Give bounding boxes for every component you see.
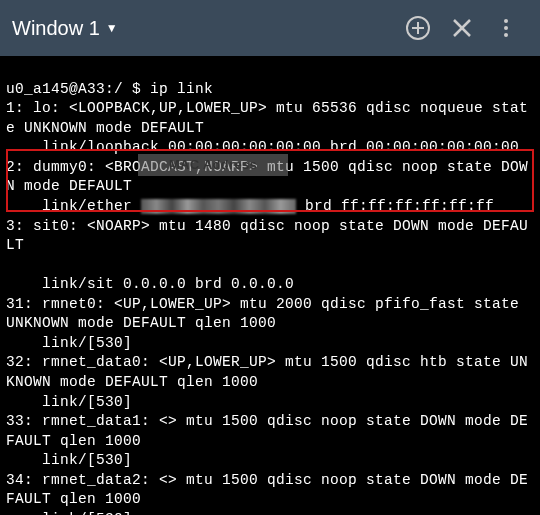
window-selector[interactable]: Window 1 ▼ <box>12 17 118 40</box>
output-line: 33: rmnet_data1: <> mtu 1500 qdisc noop … <box>6 413 528 449</box>
output-line: brd ff:ff:ff:ff:ff:ff <box>296 198 494 214</box>
output-line: 3: sit0: <NOARP> mtu 1480 qdisc noop sta… <box>6 218 528 254</box>
output-line: link/[530] <box>6 394 132 410</box>
more-vert-icon <box>496 18 516 38</box>
shell-prompt: u0_a145@A33:/ $ <box>6 81 150 97</box>
output-line: 1: lo: <LOOPBACK,UP,LOWER_UP> mtu 65536 … <box>6 100 528 136</box>
svg-point-5 <box>504 19 508 23</box>
output-line: link/[530] <box>6 335 132 351</box>
shell-command: ip link <box>150 81 213 97</box>
output-line: 34: rmnet_data2: <> mtu 1500 qdisc noop … <box>6 472 528 508</box>
dropdown-icon: ▼ <box>106 21 118 35</box>
svg-point-6 <box>504 26 508 30</box>
add-tab-button[interactable] <box>396 6 440 50</box>
output-line: link/loopback 00:00:00:00:00:00 brd 00:0… <box>6 139 519 155</box>
terminal-output[interactable]: u0_a145@A33:/ $ ip link 1: lo: <LOOPBACK… <box>0 56 540 515</box>
output-line: link/ether <box>6 198 141 214</box>
output-line: link/sit 0.0.0.0 brd 0.0.0.0 <box>6 276 294 292</box>
close-button[interactable] <box>440 6 484 50</box>
svg-point-7 <box>504 33 508 37</box>
app-header: Window 1 ▼ <box>0 0 540 56</box>
window-title-text: Window 1 <box>12 17 100 40</box>
output-line: 32: rmnet_data0: <UP,LOWER_UP> mtu 1500 … <box>6 354 528 390</box>
menu-button[interactable] <box>484 6 528 50</box>
output-line: 31: rmnet0: <UP,LOWER_UP> mtu 2000 qdisc… <box>6 296 528 332</box>
output-line: link/[530] <box>6 452 132 468</box>
close-icon <box>450 16 474 40</box>
plus-circle-icon <box>405 15 431 41</box>
output-line: link/[530] <box>6 511 132 515</box>
redacted-mac <box>141 199 296 214</box>
output-line: 2: dummy0: <BROADCAST,NOARP> mtu 1500 qd… <box>6 159 528 195</box>
